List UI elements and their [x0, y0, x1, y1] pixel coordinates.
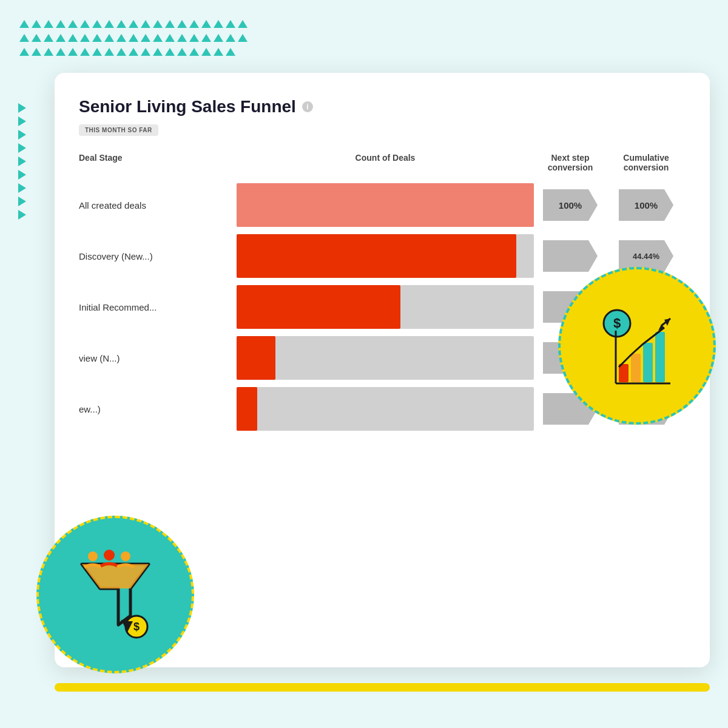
chevron-cell-1b: 100%: [607, 189, 686, 221]
svg-point-2: [88, 551, 98, 561]
col-cumulative: Cumulative conversion: [607, 153, 686, 172]
bar-fill-1: [237, 183, 534, 227]
growth-svg: $: [592, 300, 682, 391]
col-next-step: Next step conversion: [534, 153, 607, 172]
bar-fill-4: [237, 336, 275, 380]
left-triangles: [18, 103, 26, 220]
row-label-2: Discovery (New...): [79, 251, 237, 261]
svg-point-3: [104, 550, 115, 561]
time-badge: THIS MONTH SO FAR: [79, 124, 158, 136]
row-label-4: view (N...): [79, 353, 237, 363]
bar-bg-4: [237, 336, 534, 380]
info-icon[interactable]: i: [302, 101, 313, 112]
circle-growth-icon: $: [558, 267, 716, 425]
bar-container-4: [237, 336, 534, 380]
col-count-deals: Count of Deals: [237, 153, 534, 172]
bottom-scroll-bar[interactable]: [55, 683, 710, 692]
col-deal-stage: Deal Stage: [79, 153, 237, 172]
svg-point-4: [121, 551, 130, 561]
table-row: Discovery (New...) 44.44%: [79, 234, 686, 278]
chevron-text-2b: 44.44%: [633, 252, 659, 261]
bar-container-3: [237, 285, 534, 329]
svg-marker-1: [82, 564, 149, 588]
svg-text:$: $: [133, 621, 140, 633]
bar-container-1: [237, 183, 534, 227]
bar-fill-3: [237, 285, 400, 329]
table-header: Deal Stage Count of Deals Next step conv…: [79, 153, 686, 177]
funnel-svg: $: [70, 549, 161, 640]
svg-rect-11: [643, 343, 653, 382]
chevron-cell-2a: [534, 240, 607, 272]
svg-text:$: $: [613, 315, 621, 331]
chevron-text-1b: 100%: [635, 200, 658, 211]
bar-bg-5: [237, 387, 534, 431]
bar-fill-2: [237, 234, 516, 278]
chevron-1a: 100%: [543, 189, 598, 221]
row-label-1: All created deals: [79, 200, 237, 211]
chevron-cell-1a: 100%: [534, 189, 607, 221]
bar-fill-5: [237, 387, 257, 431]
scroll-thumb[interactable]: [251, 683, 415, 692]
chevron-2a: [543, 240, 598, 272]
svg-rect-12: [655, 332, 665, 382]
bar-container-2: [237, 234, 534, 278]
card-title: Senior Living Sales Funnel: [79, 97, 296, 116]
svg-rect-10: [631, 354, 641, 382]
circle-funnel-icon: $: [36, 516, 194, 673]
chevron-1b: 100%: [619, 189, 673, 221]
card-title-container: Senior Living Sales Funnel i: [79, 97, 686, 116]
row-label-3: Initial Recommed...: [79, 302, 237, 312]
chevron-text-1a: 100%: [559, 200, 582, 211]
table-row: All created deals 100% 100%: [79, 183, 686, 227]
bar-container-5: [237, 387, 534, 431]
row-label-5: ew...): [79, 404, 237, 414]
